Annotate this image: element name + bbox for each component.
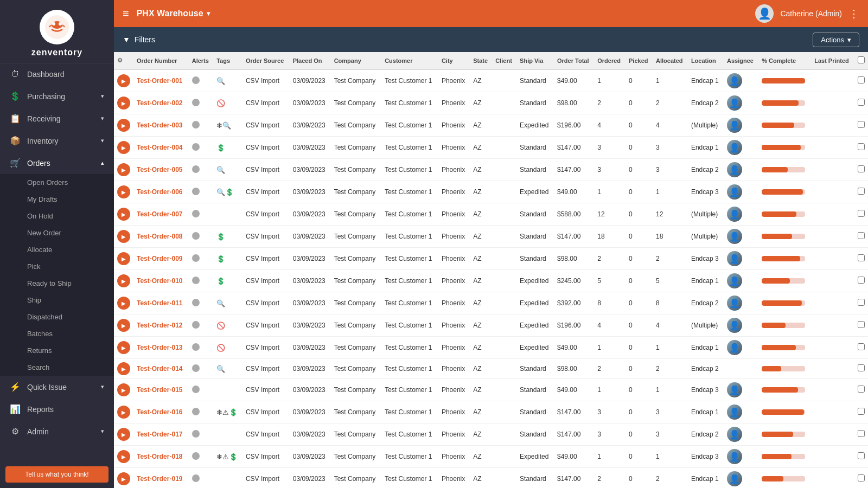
play-button-cell[interactable]: ▶ (114, 137, 133, 159)
row-checkbox-cell[interactable] (854, 248, 868, 270)
col-picked[interactable]: Picked (626, 52, 653, 69)
row-checkbox-cell[interactable] (854, 226, 868, 248)
row-checkbox-cell[interactable] (854, 359, 868, 379)
play-button-cell[interactable]: ▶ (114, 379, 133, 401)
row-checkbox[interactable] (858, 474, 865, 481)
play-button-cell[interactable]: ▶ (114, 114, 133, 137)
row-checkbox[interactable] (858, 430, 865, 437)
col-order-number[interactable]: Order Number (133, 52, 189, 69)
col-settings[interactable]: ⚙ (114, 52, 133, 69)
row-checkbox[interactable] (858, 452, 865, 459)
play-button-cell[interactable]: ▶ (114, 359, 133, 379)
sidebar-item-allocate[interactable]: Allocate (0, 241, 114, 258)
more-options-button[interactable]: ⋮ (848, 7, 859, 20)
menu-toggle-button[interactable]: ≡ (123, 8, 129, 20)
col-tags[interactable]: Tags (213, 52, 242, 69)
sidebar-item-pick[interactable]: Pick (0, 258, 114, 275)
play-order-button[interactable]: ▶ (117, 450, 130, 463)
sidebar-item-inventory[interactable]: 📦 Inventory ▾ (0, 130, 114, 152)
row-checkbox[interactable] (858, 364, 865, 371)
play-order-button[interactable]: ▶ (117, 341, 130, 354)
row-checkbox[interactable] (858, 210, 865, 217)
row-checkbox[interactable] (858, 165, 865, 172)
play-button-cell[interactable]: ▶ (114, 468, 133, 489)
col-order-total[interactable]: Order Total (554, 52, 594, 69)
play-button-cell[interactable]: ▶ (114, 203, 133, 226)
play-button-cell[interactable]: ▶ (114, 159, 133, 181)
row-checkbox[interactable] (858, 386, 865, 393)
play-order-button[interactable]: ▶ (117, 383, 130, 396)
play-order-button[interactable]: ▶ (117, 208, 130, 221)
play-order-button[interactable]: ▶ (117, 141, 130, 154)
warehouse-selector[interactable]: PHX Warehouse ▾ (137, 9, 210, 18)
play-order-button[interactable]: ▶ (117, 274, 130, 287)
row-checkbox-cell[interactable] (854, 69, 868, 92)
row-checkbox-cell[interactable] (854, 292, 868, 314)
row-checkbox[interactable] (858, 321, 865, 328)
col-ordered[interactable]: Ordered (594, 52, 626, 69)
play-button-cell[interactable]: ▶ (114, 248, 133, 270)
play-order-button[interactable]: ▶ (117, 185, 130, 198)
row-checkbox-cell[interactable] (854, 159, 868, 181)
row-checkbox[interactable] (858, 143, 865, 150)
play-order-button[interactable]: ▶ (117, 406, 130, 419)
play-order-button[interactable]: ▶ (117, 97, 130, 110)
row-checkbox-cell[interactable] (854, 337, 868, 359)
play-button-cell[interactable]: ▶ (114, 181, 133, 203)
actions-button[interactable]: Actions ▾ (813, 33, 859, 47)
row-checkbox-cell[interactable] (854, 468, 868, 489)
row-checkbox[interactable] (858, 188, 865, 195)
row-checkbox[interactable] (858, 232, 865, 239)
sidebar-item-admin[interactable]: ⚙ Admin ▾ (0, 420, 114, 442)
col-ship-via[interactable]: Ship Via (516, 52, 554, 69)
row-checkbox-cell[interactable] (854, 203, 868, 226)
row-checkbox[interactable] (858, 121, 865, 128)
play-button-cell[interactable]: ▶ (114, 446, 133, 468)
col-company[interactable]: Company (331, 52, 381, 69)
row-checkbox[interactable] (858, 299, 865, 306)
row-checkbox-cell[interactable] (854, 446, 868, 468)
col-state[interactable]: State (470, 52, 492, 69)
play-button-cell[interactable]: ▶ (114, 226, 133, 248)
play-order-button[interactable]: ▶ (117, 252, 130, 265)
row-checkbox-cell[interactable] (854, 137, 868, 159)
sidebar-item-new-order[interactable]: New Order (0, 224, 114, 241)
sidebar-item-reports[interactable]: 📊 Reports (0, 398, 114, 420)
play-button-cell[interactable]: ▶ (114, 92, 133, 114)
row-checkbox[interactable] (858, 254, 865, 261)
play-order-button[interactable]: ▶ (117, 472, 130, 485)
col-last-printed[interactable]: Last Printed (811, 52, 854, 69)
sidebar-item-purchasing[interactable]: 💲 Purchasing ▾ (0, 85, 114, 107)
play-order-button[interactable]: ▶ (117, 428, 130, 441)
sidebar-item-returns[interactable]: Returns (0, 342, 114, 359)
row-checkbox-cell[interactable] (854, 114, 868, 137)
row-checkbox[interactable] (858, 277, 865, 284)
play-order-button[interactable]: ▶ (117, 163, 130, 176)
col-order-source[interactable]: Order Source (242, 52, 290, 69)
col-percent-complete[interactable]: % Complete (758, 52, 811, 69)
play-button-cell[interactable]: ▶ (114, 337, 133, 359)
col-placed-on[interactable]: Placed On (290, 52, 331, 69)
play-order-button[interactable]: ▶ (117, 119, 130, 132)
row-checkbox[interactable] (858, 408, 865, 415)
play-button-cell[interactable]: ▶ (114, 292, 133, 314)
row-checkbox[interactable] (858, 99, 865, 106)
row-checkbox-cell[interactable] (854, 379, 868, 401)
sidebar-item-on-hold[interactable]: On Hold (0, 208, 114, 224)
play-button-cell[interactable]: ▶ (114, 401, 133, 423)
sidebar-item-my-drafts[interactable]: My Drafts (0, 191, 114, 208)
sidebar-item-ready-to-ship[interactable]: Ready to Ship (0, 275, 114, 292)
play-button-cell[interactable]: ▶ (114, 314, 133, 337)
col-location[interactable]: Location (688, 52, 724, 69)
sidebar-item-ship[interactable]: Ship (0, 292, 114, 309)
sidebar-item-open-orders[interactable]: Open Orders (0, 174, 114, 191)
play-order-button[interactable]: ▶ (117, 230, 130, 243)
col-select-all[interactable] (854, 52, 868, 69)
col-customer[interactable]: Customer (381, 52, 438, 69)
row-checkbox-cell[interactable] (854, 401, 868, 423)
sidebar-item-orders[interactable]: 🛒 Orders ▴ (0, 152, 114, 174)
row-checkbox[interactable] (858, 76, 865, 84)
select-all-checkbox[interactable] (858, 56, 865, 63)
row-checkbox-cell[interactable] (854, 92, 868, 114)
col-allocated[interactable]: Allocated (653, 52, 688, 69)
